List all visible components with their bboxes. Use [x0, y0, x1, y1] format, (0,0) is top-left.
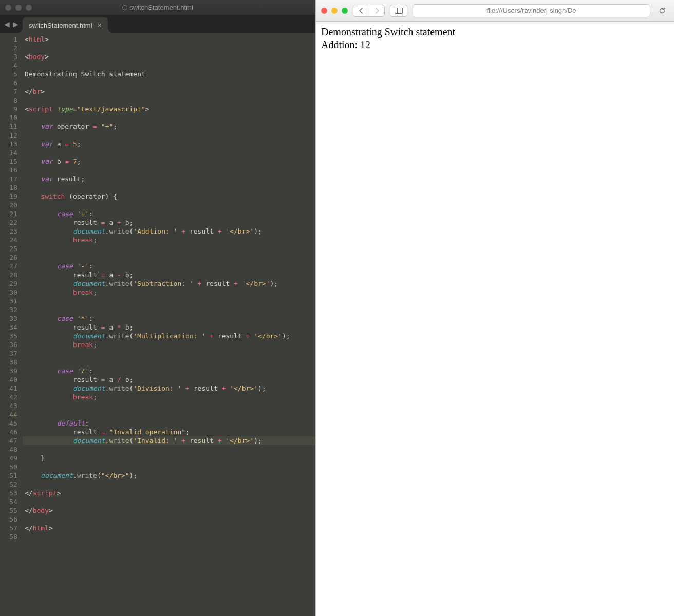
url-bar[interactable]: file:///Users/ravinder_singh/De [413, 4, 650, 17]
editor-title: switchStatement.html [0, 4, 315, 11]
tab-label: switchStatement.html [29, 22, 92, 29]
svg-rect-0 [395, 8, 403, 13]
browser-viewport: Demonstrating Switch statement Addtion: … [316, 22, 674, 616]
line-gutter: 1234567891011121314151617181920212223242… [0, 33, 23, 616]
url-text: file:///Users/ravinder_singh/De [486, 7, 576, 14]
editor-titlebar[interactable]: switchStatement.html [0, 0, 315, 15]
chevron-left-icon [359, 8, 364, 14]
nav-buttons [353, 5, 385, 17]
minimize-icon[interactable] [15, 5, 22, 11]
close-icon[interactable] [321, 8, 327, 14]
tab-close-icon[interactable]: × [98, 21, 102, 29]
browser-window: file:///Users/ravinder_singh/De Demonstr… [315, 0, 674, 616]
editor-filename: switchStatement.html [129, 4, 193, 11]
output-line-2: Addtion: 12 [321, 38, 669, 51]
reload-button[interactable] [656, 5, 669, 17]
back-button[interactable] [353, 5, 369, 16]
output-line-1: Demonstrating Switch statement [321, 26, 669, 38]
code-body[interactable]: <html><body>Demonstrating Switch stateme… [23, 33, 315, 616]
tab-bar: ◀ ▶ switchStatement.html × [0, 15, 315, 33]
sidebar-icon [395, 8, 403, 14]
zoom-icon[interactable] [342, 8, 348, 14]
browser-traffic-lights[interactable] [321, 8, 348, 14]
zoom-icon[interactable] [26, 5, 32, 11]
chevron-right-icon [375, 8, 380, 14]
nav-forward-icon[interactable]: ▶ [12, 20, 20, 28]
forward-button[interactable] [369, 5, 384, 16]
tab-active[interactable]: switchStatement.html × [23, 17, 108, 33]
code-area[interactable]: 1234567891011121314151617181920212223242… [0, 33, 315, 616]
sidebar-toggle-button[interactable] [390, 5, 407, 17]
nav-back-icon[interactable]: ◀ [3, 20, 11, 28]
file-icon [122, 5, 127, 10]
reload-icon [658, 7, 666, 15]
browser-toolbar: file:///Users/ravinder_singh/De [316, 0, 674, 22]
editor-traffic-lights[interactable] [5, 5, 32, 11]
minimize-icon[interactable] [331, 8, 338, 14]
code-editor: switchStatement.html ◀ ▶ switchStatement… [0, 0, 315, 616]
close-icon[interactable] [5, 5, 11, 11]
